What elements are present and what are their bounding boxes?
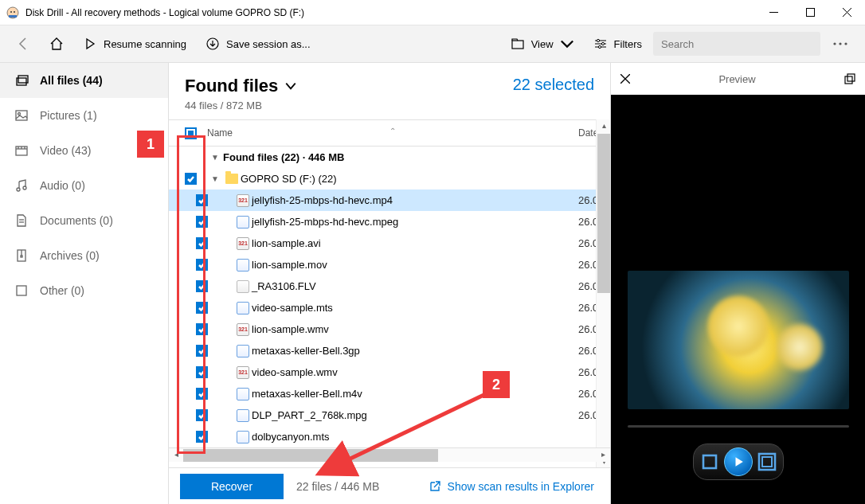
video-progress[interactable]: [628, 425, 849, 428]
file-row[interactable]: video-sample.mts26.0: [169, 297, 610, 318]
group-row[interactable]: ▼ Found files (22) · 446 MB: [169, 147, 610, 168]
file-type-icon: 321: [234, 323, 252, 336]
home-button[interactable]: [41, 25, 72, 62]
file-row[interactable]: jellyfish-25-mbps-hd-hevc.mpeg26.0: [169, 211, 610, 232]
show-in-explorer-link[interactable]: Show scan results in Explorer: [429, 480, 594, 493]
checkbox-icon[interactable]: [196, 409, 208, 421]
checkbox-icon[interactable]: [196, 366, 208, 378]
page-subtitle: 44 files / 872 MB: [185, 100, 297, 111]
checkbox-icon[interactable]: [196, 323, 208, 335]
fullscreen-button[interactable]: [757, 452, 777, 471]
file-row[interactable]: DLP_PART_2_768k.mpg26.0: [169, 404, 610, 426]
sidebar-item-other[interactable]: Other (0): [0, 273, 168, 308]
file-row[interactable]: 321lion-sample.avi26.0: [169, 232, 610, 254]
annotation-badge-1: 1: [137, 131, 164, 158]
file-name: lion-sample.mov: [252, 259, 578, 271]
checkbox-icon[interactable]: [196, 388, 208, 400]
footer: Recover 22 files / 446 MB Show scan resu…: [169, 467, 610, 504]
file-row[interactable]: 321jellyfish-25-mbps-hd-hevc.mp426.0: [169, 189, 610, 211]
checkbox-icon[interactable]: [196, 259, 208, 271]
checkbox-icon[interactable]: [196, 216, 208, 228]
filters-button[interactable]: Filters: [585, 25, 650, 62]
collapse-icon[interactable]: ▼: [207, 153, 223, 162]
annotation-badge-2: 2: [483, 371, 510, 398]
svg-point-17: [839, 42, 841, 45]
checkbox-icon[interactable]: [196, 345, 208, 357]
folder-icon: [511, 37, 525, 51]
file-type-icon: 321: [234, 194, 252, 207]
more-menu-button[interactable]: [824, 25, 857, 62]
sidebar-item-all-files[interactable]: All files (44): [0, 63, 168, 98]
resume-label: Resume scanning: [104, 38, 186, 50]
svg-rect-38: [845, 76, 852, 84]
save-session-button[interactable]: Save session as...: [198, 25, 319, 62]
explorer-label: Show scan results in Explorer: [448, 480, 594, 493]
file-row[interactable]: metaxas-keller-Bell.3gp26.0: [169, 340, 610, 361]
file-type-icon: [234, 388, 252, 400]
horizontal-scrollbar[interactable]: ◂▸: [169, 447, 610, 462]
recover-button[interactable]: Recover: [180, 474, 284, 499]
select-all-checkbox[interactable]: [174, 127, 207, 139]
minimize-button[interactable]: [755, 0, 792, 25]
sidebar-item-pictures[interactable]: Pictures (1): [0, 98, 168, 133]
sidebar-item-audio[interactable]: Audio (0): [0, 168, 168, 203]
checkbox-icon[interactable]: [196, 280, 208, 292]
search-input[interactable]: [661, 38, 812, 50]
collapse-icon[interactable]: ▼: [207, 174, 223, 183]
play-button[interactable]: [724, 447, 753, 476]
document-icon: [14, 213, 29, 228]
svg-point-2: [10, 11, 12, 13]
toolbar: Resume scanning Save session as... View …: [0, 25, 865, 62]
file-type-icon: [234, 280, 252, 293]
window-controls: [755, 0, 865, 25]
view-button[interactable]: View: [503, 25, 582, 62]
chevron-down-icon[interactable]: [284, 80, 297, 92]
popout-icon[interactable]: [844, 73, 855, 84]
file-type-icon: [234, 216, 252, 229]
resume-scanning-button[interactable]: Resume scanning: [75, 25, 194, 62]
page-title-label: Found files: [185, 76, 278, 96]
file-row[interactable]: metaxas-keller-Bell.m4v26.0: [169, 383, 610, 404]
folder-row[interactable]: ▼ GOPRO SD (F:) (22): [169, 168, 610, 189]
sidebar-item-archives[interactable]: Archives (0): [0, 238, 168, 273]
video-icon: [14, 143, 29, 158]
checkbox-icon[interactable]: [185, 173, 197, 185]
file-row[interactable]: _RA3106.FLV26.0: [169, 275, 610, 297]
file-row[interactable]: dolbycanyon.mts: [169, 426, 610, 447]
svg-rect-42: [762, 457, 772, 467]
column-name[interactable]: Name ⌃: [207, 127, 578, 139]
save-session-label: Save session as...: [226, 38, 311, 50]
dots-icon: [833, 42, 847, 45]
checkbox-icon[interactable]: [196, 194, 208, 206]
svg-rect-35: [17, 286, 26, 295]
chevron-down-icon: [560, 37, 574, 51]
stop-button[interactable]: [700, 452, 719, 471]
filters-label: Filters: [614, 38, 642, 50]
picture-icon: [14, 108, 29, 123]
vertical-scrollbar[interactable]: ▴▾: [596, 119, 610, 467]
search-box[interactable]: [653, 32, 820, 56]
preview-header: Preview: [611, 63, 865, 95]
svg-rect-9: [512, 41, 523, 49]
checkbox-icon[interactable]: [196, 431, 208, 443]
sidebar-item-documents[interactable]: Documents (0): [0, 203, 168, 238]
file-row[interactable]: 321lion-sample.wmv26.0: [169, 318, 610, 340]
file-name: jellyfish-25-mbps-hd-hevc.mp4: [252, 194, 578, 206]
checkbox-icon[interactable]: [196, 302, 208, 314]
sliders-icon: [593, 37, 608, 51]
svg-rect-40: [703, 455, 716, 468]
checkbox-icon[interactable]: [196, 237, 208, 249]
file-name: lion-sample.avi: [252, 237, 578, 249]
close-button[interactable]: [828, 0, 865, 25]
file-row[interactable]: lion-sample.mov26.0: [169, 254, 610, 275]
file-row[interactable]: 321video-sample.wmv26.0: [169, 361, 610, 383]
file-name: dolbycanyon.mts: [252, 431, 578, 443]
main: Found files 44 files / 872 MB 22 selecte…: [169, 63, 610, 504]
back-button[interactable]: [8, 25, 38, 62]
close-icon[interactable]: [620, 74, 630, 84]
svg-rect-39: [847, 74, 855, 81]
sidebar-item-label: Archives (0): [40, 249, 100, 262]
maximize-button[interactable]: [792, 0, 828, 25]
file-name: metaxas-keller-Bell.m4v: [252, 388, 578, 400]
sidebar-item-label: Video (43): [40, 144, 91, 157]
